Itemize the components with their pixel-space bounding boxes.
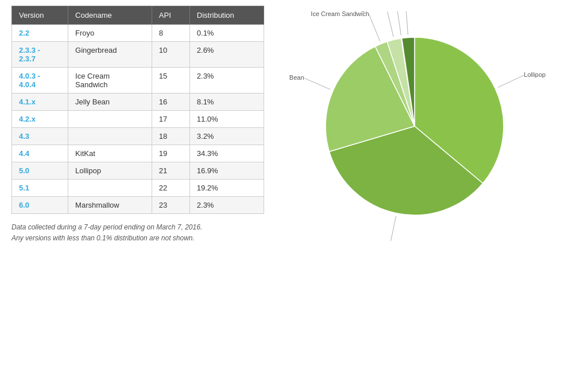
table-row: 4.2.x 17 11.0%	[12, 111, 264, 128]
header-distribution: Distribution	[189, 6, 264, 25]
cell-codename: Lollipop	[68, 162, 152, 180]
table-row: 5.0 Lollipop 21 16.9%	[12, 162, 264, 180]
cell-version: 4.0.3 -4.0.4	[12, 68, 68, 94]
pie-chart: LollipopKitKatJelly BeanIce Cream Sandwi…	[288, 11, 564, 241]
cell-codename: Jelly Bean	[68, 94, 152, 111]
table-section: Version Codename API Distribution 2.2 Fr…	[11, 6, 264, 244]
cell-version: 2.3.3 -2.3.7	[12, 42, 68, 68]
cell-version: 2.2	[12, 25, 68, 42]
cell-api: 19	[152, 145, 189, 162]
cell-version: 4.4	[12, 145, 68, 162]
cell-distribution: 2.6%	[189, 42, 264, 68]
pie-label-kitkat: KitKat	[373, 240, 390, 241]
cell-codename: Froyo	[68, 25, 152, 42]
footer-line1: Data collected during a 7-day period end…	[11, 222, 264, 233]
cell-distribution: 34.3%	[189, 145, 264, 162]
header-codename: Codename	[68, 6, 152, 25]
cell-api: 18	[152, 128, 189, 145]
cell-api: 21	[152, 162, 189, 180]
table-row: 4.1.x Jelly Bean 16 8.1%	[12, 94, 264, 111]
cell-version: 6.0	[12, 197, 68, 214]
table-row: 6.0 Marshmallow 23 2.3%	[12, 197, 264, 214]
footer-text: Data collected during a 7-day period end…	[11, 222, 264, 244]
cell-version: 4.1.x	[12, 94, 68, 111]
cell-codename	[68, 180, 152, 197]
cell-codename	[68, 111, 152, 128]
label-line	[498, 75, 524, 87]
pie-label-jelly-bean: Jelly Bean	[288, 74, 304, 81]
label-line	[387, 11, 394, 37]
cell-api: 15	[152, 68, 189, 94]
cell-version: 4.3	[12, 128, 68, 145]
cell-distribution: 11.0%	[189, 111, 264, 128]
pie-label-lollipop: Lollipop	[524, 71, 546, 78]
cell-version: 5.1	[12, 180, 68, 197]
table-row: 2.2 Froyo 8 0.1%	[12, 25, 264, 42]
cell-codename	[68, 128, 152, 145]
cell-api: 16	[152, 94, 189, 111]
cell-distribution: 8.1%	[189, 94, 264, 111]
cell-codename: KitKat	[68, 145, 152, 162]
cell-api: 22	[152, 180, 189, 197]
label-line	[304, 78, 331, 89]
cell-distribution: 16.9%	[189, 162, 264, 180]
label-line	[397, 11, 401, 36]
cell-distribution: 2.3%	[189, 68, 264, 94]
header-api: API	[152, 6, 189, 25]
table-row: 4.3 18 3.2%	[12, 128, 264, 145]
cell-codename: Marshmallow	[68, 197, 152, 214]
cell-codename: Gingerbread	[68, 42, 152, 68]
table-row: 5.1 22 19.2%	[12, 180, 264, 197]
chart-section: LollipopKitKatJelly BeanIce Cream Sandwi…	[276, 6, 577, 241]
table-row: 4.0.3 -4.0.4 Ice CreamSandwich 15 2.3%	[12, 68, 264, 94]
pie-label-ice-cream-sandwich: Ice Cream Sandwich	[311, 11, 369, 17]
cell-distribution: 2.3%	[189, 197, 264, 214]
cell-codename: Ice CreamSandwich	[68, 68, 152, 94]
cell-api: 17	[152, 111, 189, 128]
distribution-table: Version Codename API Distribution 2.2 Fr…	[11, 6, 264, 214]
cell-version: 5.0	[12, 162, 68, 180]
label-line	[406, 11, 408, 34]
table-row: 2.3.3 -2.3.7 Gingerbread 10 2.6%	[12, 42, 264, 68]
label-line	[369, 14, 380, 41]
main-container: Version Codename API Distribution 2.2 Fr…	[11, 6, 577, 244]
pie-label-gingerbread: Gingerbread	[351, 11, 386, 12]
cell-distribution: 19.2%	[189, 180, 264, 197]
footer-line2: Any versions with less than 0.1% distrib…	[11, 233, 264, 244]
header-version: Version	[12, 6, 68, 25]
label-line	[390, 216, 396, 241]
cell-api: 23	[152, 197, 189, 214]
cell-distribution: 0.1%	[189, 25, 264, 42]
cell-distribution: 3.2%	[189, 128, 264, 145]
cell-api: 10	[152, 42, 189, 68]
cell-api: 8	[152, 25, 189, 42]
cell-version: 4.2.x	[12, 111, 68, 128]
table-row: 4.4 KitKat 19 34.3%	[12, 145, 264, 162]
